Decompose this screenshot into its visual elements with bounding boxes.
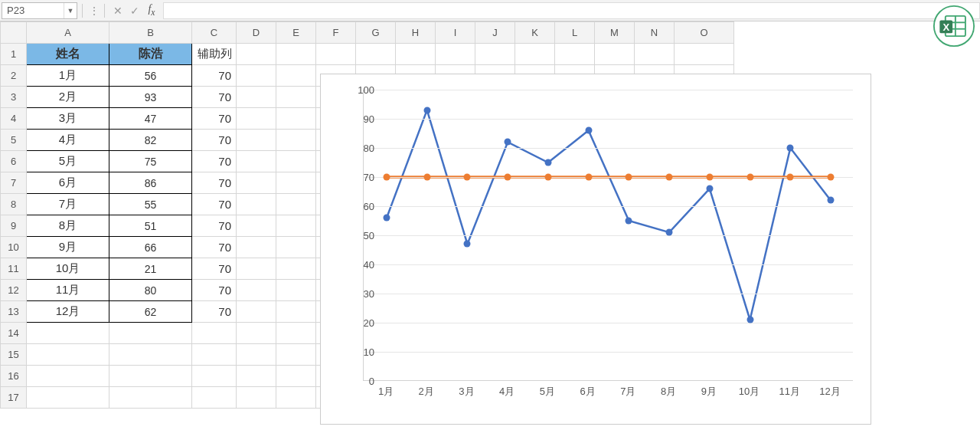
drag-handle-icon[interactable]: ⋮ (87, 5, 100, 17)
confirm-icon[interactable]: ✓ (126, 5, 143, 17)
chart[interactable]: 01020304050607080901001月2月3月4月5月6月7月8月9月… (320, 74, 871, 425)
cell-D6[interactable] (237, 151, 276, 172)
cell-F1[interactable] (316, 44, 356, 65)
cell-E13[interactable] (276, 301, 316, 323)
column-header-E[interactable]: E (276, 22, 316, 44)
cell-C2[interactable]: 70 (192, 65, 237, 87)
chart-series-point[interactable] (423, 107, 430, 113)
cell-B11[interactable]: 21 (109, 258, 192, 280)
cell-A8[interactable]: 7月 (27, 194, 109, 215)
cell-O1[interactable] (675, 44, 734, 65)
cell-D3[interactable] (237, 87, 276, 108)
cell-K1[interactable] (515, 44, 555, 65)
chart-series-point[interactable] (706, 174, 713, 181)
chart-series-point[interactable] (706, 185, 713, 192)
cell-A4[interactable]: 3月 (27, 108, 109, 130)
cell-C10[interactable]: 70 (192, 237, 237, 258)
cell-B17[interactable] (109, 387, 192, 409)
cell-D8[interactable] (237, 194, 276, 215)
cell-D16[interactable] (237, 366, 276, 387)
cell-C4[interactable]: 70 (192, 108, 237, 130)
column-header-J[interactable]: J (475, 22, 515, 44)
cell-E8[interactable] (276, 194, 316, 215)
column-header-B[interactable]: B (109, 22, 192, 44)
row-header-4[interactable]: 4 (1, 108, 27, 130)
chart-series-point[interactable] (384, 174, 390, 181)
cell-C5[interactable]: 70 (192, 130, 237, 151)
row-header-8[interactable]: 8 (1, 194, 27, 215)
cell-C6[interactable]: 70 (192, 151, 237, 172)
cell-A5[interactable]: 4月 (27, 130, 109, 151)
cell-C17[interactable] (192, 387, 237, 409)
cell-N1[interactable] (635, 44, 675, 65)
column-header-K[interactable]: K (515, 22, 555, 44)
row-header-11[interactable]: 11 (1, 258, 27, 280)
chart-series-point[interactable] (828, 174, 835, 181)
row-header-17[interactable]: 17 (1, 387, 27, 409)
chart-series-point[interactable] (544, 174, 551, 181)
fx-icon[interactable]: fx (143, 3, 160, 18)
cell-C16[interactable] (192, 366, 237, 387)
cell-G1[interactable] (356, 44, 396, 65)
row-header-3[interactable]: 3 (1, 87, 27, 108)
cell-D12[interactable] (237, 280, 276, 301)
cell-E14[interactable] (276, 323, 316, 344)
cell-A12[interactable]: 11月 (27, 280, 109, 301)
cell-D17[interactable] (237, 387, 276, 409)
cell-C7[interactable]: 70 (192, 172, 237, 194)
cell-B16[interactable] (109, 366, 192, 387)
cell-C14[interactable] (192, 323, 237, 344)
chart-series-point[interactable] (505, 174, 511, 181)
column-header-L[interactable]: L (555, 22, 595, 44)
chart-series-point[interactable] (585, 127, 592, 134)
cell-D9[interactable] (237, 215, 276, 237)
cell-B9[interactable]: 51 (109, 215, 192, 237)
cell-A15[interactable] (27, 344, 109, 366)
cell-C13[interactable]: 70 (192, 301, 237, 323)
cell-C3[interactable]: 70 (192, 87, 237, 108)
cell-I1[interactable] (436, 44, 475, 65)
column-header-D[interactable]: D (237, 22, 276, 44)
cell-C11[interactable]: 70 (192, 258, 237, 280)
cell-E15[interactable] (276, 344, 316, 366)
column-header-O[interactable]: O (675, 22, 734, 44)
cell-D13[interactable] (237, 301, 276, 323)
cell-D14[interactable] (237, 323, 276, 344)
cell-E5[interactable] (276, 130, 316, 151)
cell-J1[interactable] (475, 44, 515, 65)
chart-series-point[interactable] (666, 229, 673, 236)
cell-A10[interactable]: 9月 (27, 237, 109, 258)
cell-B15[interactable] (109, 344, 192, 366)
cell-E6[interactable] (276, 151, 316, 172)
cell-E7[interactable] (276, 172, 316, 194)
row-header-9[interactable]: 9 (1, 215, 27, 237)
cell-A2[interactable]: 1月 (27, 65, 109, 87)
cell-E17[interactable] (276, 387, 316, 409)
cell-D7[interactable] (237, 172, 276, 194)
cell-A1[interactable]: 姓名 (27, 44, 109, 65)
cell-A11[interactable]: 10月 (27, 258, 109, 280)
column-header-G[interactable]: G (356, 22, 396, 44)
cell-B3[interactable]: 93 (109, 87, 192, 108)
chart-series-point[interactable] (464, 174, 471, 181)
chart-series-point[interactable] (828, 197, 835, 204)
cell-B7[interactable]: 86 (109, 172, 192, 194)
column-header-H[interactable]: H (396, 22, 436, 44)
cell-E12[interactable] (276, 280, 316, 301)
row-header-15[interactable]: 15 (1, 344, 27, 366)
cell-A3[interactable]: 2月 (27, 87, 109, 108)
cell-H1[interactable] (396, 44, 436, 65)
chart-series-point[interactable] (787, 145, 794, 152)
cell-L1[interactable] (555, 44, 595, 65)
spreadsheet-grid[interactable]: ABCDEFGHIJKLMNO1姓名陈浩辅助列21月567032月937043月… (0, 21, 980, 409)
cell-D4[interactable] (237, 108, 276, 130)
cell-B4[interactable]: 47 (109, 108, 192, 130)
chart-series-point[interactable] (585, 174, 592, 181)
row-header-6[interactable]: 6 (1, 151, 27, 172)
cell-A16[interactable] (27, 366, 109, 387)
cell-B12[interactable]: 80 (109, 280, 192, 301)
chart-plot-area[interactable] (363, 90, 853, 381)
select-all-corner[interactable] (1, 22, 27, 44)
cell-C12[interactable]: 70 (192, 280, 237, 301)
column-header-N[interactable]: N (635, 22, 675, 44)
